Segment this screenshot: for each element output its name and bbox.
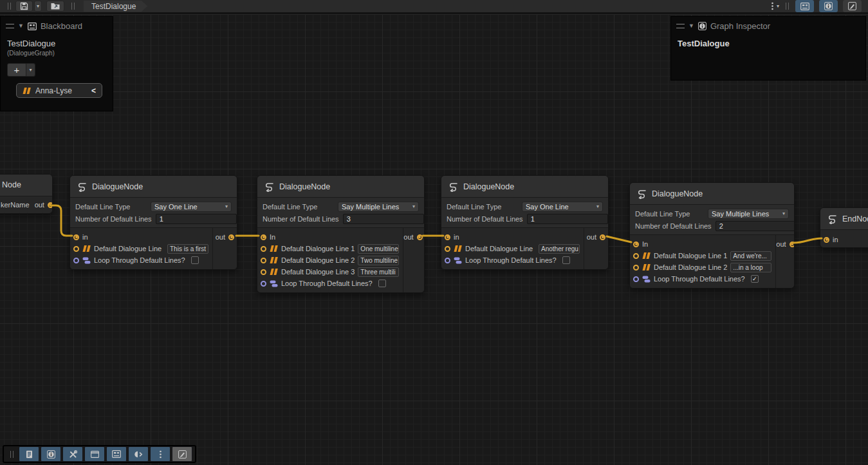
- data-port[interactable]: [261, 258, 266, 263]
- dialogue-line-field[interactable]: ...in a loop: [730, 263, 771, 272]
- num-lines-field[interactable]: 1: [156, 214, 237, 224]
- loop-icon: [642, 276, 651, 283]
- add-property-button[interactable]: +: [7, 63, 26, 77]
- save-button[interactable]: [15, 1, 33, 12]
- edge-dialogue-node-3.out-to-dialogue-node-4.in[interactable]: [607, 236, 631, 242]
- graph-name: TestDialogue: [7, 39, 106, 48]
- tools-button[interactable]: [62, 446, 83, 462]
- out-port-cell: out: [776, 238, 795, 250]
- loop-checkbox[interactable]: [378, 280, 386, 287]
- flow-port[interactable]: [600, 234, 605, 240]
- collapse-triangle-icon[interactable]: ▼: [18, 23, 24, 29]
- line-type-dropdown[interactable]: Say Multiple Lines▾: [708, 209, 789, 219]
- toolbar-drag-handle[interactable]: [8, 3, 11, 10]
- dialogue-line-field[interactable]: One multiline: [358, 244, 399, 254]
- loop-port[interactable]: [73, 258, 79, 263]
- blackboard-toggle[interactable]: [795, 0, 814, 12]
- graph-inspector-header[interactable]: ▼ Graph Inspector: [671, 17, 865, 33]
- node-header[interactable]: DialogueNode: [630, 183, 794, 205]
- node-ports: InDefault Dialogue Line 1One multilineDe…: [257, 228, 424, 292]
- blackboard-header[interactable]: ▼ Blackboard: [1, 17, 113, 33]
- collapse-triangle-icon[interactable]: ▼: [688, 23, 694, 29]
- breadcrumb[interactable]: TestDialogue: [84, 1, 147, 12]
- window-button[interactable]: [84, 446, 105, 462]
- dialogue-node-4[interactable]: DialogueNodeDefault Line TypeSay Multipl…: [629, 182, 795, 289]
- add-property-row: + ▾: [7, 63, 113, 77]
- dialogue-line-field[interactable]: Three multili: [358, 267, 399, 277]
- data-port[interactable]: [633, 253, 639, 259]
- flow-port[interactable]: [261, 234, 266, 240]
- flow-port[interactable]: [73, 234, 79, 240]
- data-port[interactable]: [445, 246, 450, 252]
- inspector-button[interactable]: [41, 446, 61, 462]
- edge-speaker-name-node.out-to-dialogue-node-1.in[interactable]: [50, 205, 72, 236]
- view-toggles: [793, 0, 864, 12]
- dialogue-line-field[interactable]: Two multiline: [358, 256, 399, 265]
- dialogue-line-field[interactable]: This is a first: [167, 244, 208, 254]
- loop-port[interactable]: [445, 258, 450, 263]
- num-lines-field[interactable]: 1: [527, 214, 608, 224]
- node-title: DialogueNode: [463, 182, 514, 191]
- data-port[interactable]: [261, 246, 266, 252]
- console-button[interactable]: [19, 446, 39, 462]
- data-port[interactable]: [73, 246, 79, 252]
- dialogue-line-field[interactable]: Another regu: [539, 244, 580, 254]
- dialogue-line-label: Default Dialogue Line 1: [281, 245, 355, 252]
- speaker-name-node[interactable]: NodekerNameout: [0, 174, 53, 214]
- more-button[interactable]: [150, 446, 171, 462]
- flow-port[interactable]: [633, 242, 639, 247]
- dialogue-node-1[interactable]: DialogueNodeDefault Line TypeSay One Lin…: [69, 175, 237, 270]
- add-property-dropdown[interactable]: ▾: [26, 63, 35, 77]
- dialogue-node-2[interactable]: DialogueNodeDefault Line TypeSay Multipl…: [257, 175, 425, 293]
- loop-port[interactable]: [261, 281, 266, 287]
- toolbar-drag-handle[interactable]: [10, 451, 14, 458]
- open-asset-button[interactable]: [46, 1, 64, 12]
- flow-port[interactable]: [228, 234, 234, 240]
- transition-button[interactable]: [128, 446, 149, 462]
- edge-dialogue-node-4.out-to-end-node.in[interactable]: [793, 238, 822, 243]
- more-options-button[interactable]: ▾: [768, 2, 782, 10]
- data-port[interactable]: [261, 269, 266, 275]
- chevron-left-icon[interactable]: <: [91, 86, 96, 95]
- flow-port[interactable]: [445, 234, 450, 240]
- out-port-cell: out: [30, 199, 53, 211]
- drag-handle-icon[interactable]: [676, 24, 685, 28]
- line-type-dropdown[interactable]: Say One Line▾: [151, 202, 232, 212]
- dialogue-line-label: Default Dialogue Line 1: [654, 252, 727, 260]
- loop-label: Loop Through Default Lines?: [654, 275, 745, 283]
- node-title: EndNode: [842, 214, 868, 223]
- inspector-toggle[interactable]: [819, 0, 838, 12]
- dialogue-line-field[interactable]: And we're...: [730, 251, 771, 261]
- line-type-dropdown[interactable]: Say One Line▾: [522, 202, 603, 212]
- input-ports: in: [820, 230, 868, 248]
- dialogue-line-row: Default Dialogue LineThis is a first: [70, 243, 212, 254]
- caret-down-icon: ▾: [225, 204, 228, 209]
- node-header[interactable]: DialogueNode: [441, 176, 608, 198]
- field-label: Number of Default Lines: [263, 215, 339, 223]
- drag-handle-icon[interactable]: [6, 24, 14, 28]
- loop-checkbox[interactable]: ✓: [751, 275, 759, 283]
- blackboard-property[interactable]: Anna-Lyse <: [16, 83, 102, 98]
- out-port-cell: out: [587, 231, 605, 243]
- loop-port[interactable]: [633, 276, 639, 282]
- dialogue-node-3[interactable]: DialogueNodeDefault Line TypeSay One Lin…: [441, 175, 609, 270]
- num-lines-field[interactable]: 2: [716, 221, 795, 231]
- node-header[interactable]: DialogueNode: [257, 176, 424, 198]
- blackboard-icon: [28, 23, 37, 30]
- flow-port[interactable]: [824, 237, 829, 243]
- data-port[interactable]: [633, 265, 639, 270]
- blackboard-button[interactable]: [106, 446, 127, 462]
- node-header[interactable]: DialogueNode: [70, 176, 237, 198]
- end-node[interactable]: EndNodein: [820, 207, 868, 248]
- quote-icon: [642, 264, 651, 270]
- pen-button[interactable]: [172, 446, 192, 462]
- line-type-dropdown[interactable]: Say Multiple Lines▾: [338, 202, 419, 212]
- pen-toggle[interactable]: [843, 0, 862, 12]
- flow-port[interactable]: [417, 234, 423, 240]
- loop-checkbox[interactable]: [191, 256, 199, 264]
- save-dropdown-button[interactable]: ▾: [34, 1, 42, 12]
- node-header[interactable]: EndNode: [820, 208, 868, 230]
- num-lines-field[interactable]: 3: [343, 214, 424, 224]
- loop-checkbox[interactable]: [562, 256, 570, 264]
- save-icon: [20, 2, 28, 10]
